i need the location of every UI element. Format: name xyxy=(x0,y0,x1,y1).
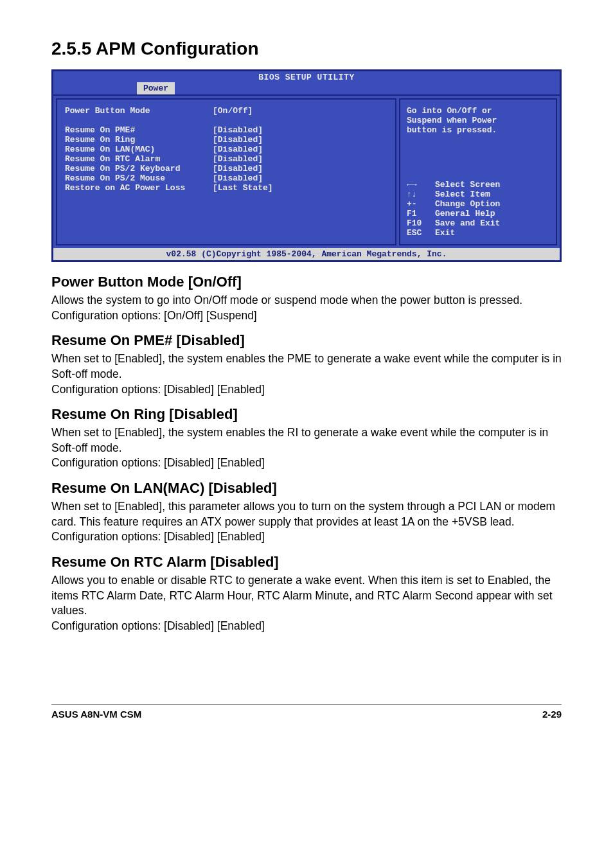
bios-settings-panel: Power Button Mode[On/Off] Resume On PME#… xyxy=(56,98,396,245)
arrow-ud-icon: ↑↓ xyxy=(407,190,435,199)
bios-key-label: Select Item xyxy=(435,190,490,199)
bios-copyright: v02.58 (C)Copyright 1985-2004, American … xyxy=(53,248,560,260)
bios-label: Resume On PS/2 Keyboard xyxy=(65,164,213,173)
bios-label: Resume On LAN(MAC) xyxy=(65,145,213,154)
bios-value: [On/Off] xyxy=(213,106,253,116)
arrow-lr-icon: ←→ xyxy=(407,180,435,190)
bios-value: [Disabled] xyxy=(213,154,263,164)
bios-setting-row: Resume On LAN(MAC)[Disabled] xyxy=(65,145,387,154)
bios-tab-power: Power xyxy=(137,82,175,94)
bios-help-line: Suspend when Power xyxy=(407,116,549,125)
bios-body: Power Button Mode[On/Off] Resume On PME#… xyxy=(53,94,560,248)
bios-setting-row: Resume On PME#[Disabled] xyxy=(65,125,387,135)
body-paragraph: When set to [Enabled], this parameter al… xyxy=(51,499,562,545)
bios-key-legend: ←→Select Screen ↑↓Select Item +-Change O… xyxy=(407,180,549,238)
subsection-heading: Resume On PME# [Disabled] xyxy=(51,332,562,349)
bios-label: Power Button Mode xyxy=(65,106,213,116)
f1-key: F1 xyxy=(407,209,435,218)
bios-help-line: Go into On/Off or xyxy=(407,106,549,116)
footer-page-number: 2-29 xyxy=(542,709,562,720)
bios-value: [Disabled] xyxy=(213,135,263,145)
bios-setting-row: Power Button Mode[On/Off] xyxy=(65,106,387,116)
bios-setting-row: Resume On RTC Alarm[Disabled] xyxy=(65,154,387,164)
footer-product: ASUS A8N-VM CSM xyxy=(51,709,141,720)
bios-screenshot: BIOS SETUP UTILITY Power Power Button Mo… xyxy=(51,69,562,262)
plus-minus-icon: +- xyxy=(407,199,435,209)
bios-label: Restore on AC Power Loss xyxy=(65,183,213,193)
bios-setting-row: Resume On Ring[Disabled] xyxy=(65,135,387,145)
bios-label: Resume On RTC Alarm xyxy=(65,154,213,164)
f10-key: F10 xyxy=(407,218,435,228)
body-paragraph: When set to [Enabled], the system enable… xyxy=(51,425,562,471)
bios-tabs: Power xyxy=(53,82,560,94)
bios-key-row: ↑↓Select Item xyxy=(407,190,549,199)
bios-spacer xyxy=(65,116,387,125)
bios-help-text: Go into On/Off or Suspend when Power but… xyxy=(407,106,549,135)
esc-key: ESC xyxy=(407,228,435,238)
bios-value: [Disabled] xyxy=(213,173,263,183)
bios-key-label: Save and Exit xyxy=(435,218,500,228)
bios-setting-row: Resume On PS/2 Mouse[Disabled] xyxy=(65,173,387,183)
body-paragraph: Allows you to enable or disable RTC to g… xyxy=(51,573,562,634)
bios-help-panel: Go into On/Off or Suspend when Power but… xyxy=(399,98,557,245)
bios-key-row: F1General Help xyxy=(407,209,549,218)
page-footer: ASUS A8N-VM CSM 2-29 xyxy=(51,704,562,720)
subsection-heading: Power Button Mode [On/Off] xyxy=(51,274,562,290)
bios-value: [Disabled] xyxy=(213,164,263,173)
bios-key-label: Change Option xyxy=(435,199,500,209)
bios-key-label: Exit xyxy=(435,228,455,238)
subsection-heading: Resume On RTC Alarm [Disabled] xyxy=(51,554,562,571)
bios-key-row: F10Save and Exit xyxy=(407,218,549,228)
bios-label: Resume On PS/2 Mouse xyxy=(65,173,213,183)
bios-help-line: button is pressed. xyxy=(407,125,549,135)
bios-label: Resume On Ring xyxy=(65,135,213,145)
bios-setting-row: Restore on AC Power Loss[Last State] xyxy=(65,183,387,193)
bios-key-row: +-Change Option xyxy=(407,199,549,209)
bios-label: Resume On PME# xyxy=(65,125,213,135)
bios-title: BIOS SETUP UTILITY xyxy=(53,71,560,82)
section-number-heading: 2.5.5 APM Configuration xyxy=(51,39,562,59)
bios-key-row: ←→Select Screen xyxy=(407,180,549,190)
subsection-heading: Resume On Ring [Disabled] xyxy=(51,406,562,423)
body-paragraph: Allows the system to go into On/Off mode… xyxy=(51,293,562,323)
bios-key-label: General Help xyxy=(435,209,495,218)
bios-key-label: Select Screen xyxy=(435,180,500,190)
bios-value: [Disabled] xyxy=(213,125,263,135)
body-paragraph: When set to [Enabled], the system enable… xyxy=(51,351,562,397)
bios-value: [Disabled] xyxy=(213,145,263,154)
bios-setting-row: Resume On PS/2 Keyboard[Disabled] xyxy=(65,164,387,173)
bios-value: [Last State] xyxy=(213,183,273,193)
subsection-heading: Resume On LAN(MAC) [Disabled] xyxy=(51,480,562,497)
bios-key-row: ESCExit xyxy=(407,228,549,238)
